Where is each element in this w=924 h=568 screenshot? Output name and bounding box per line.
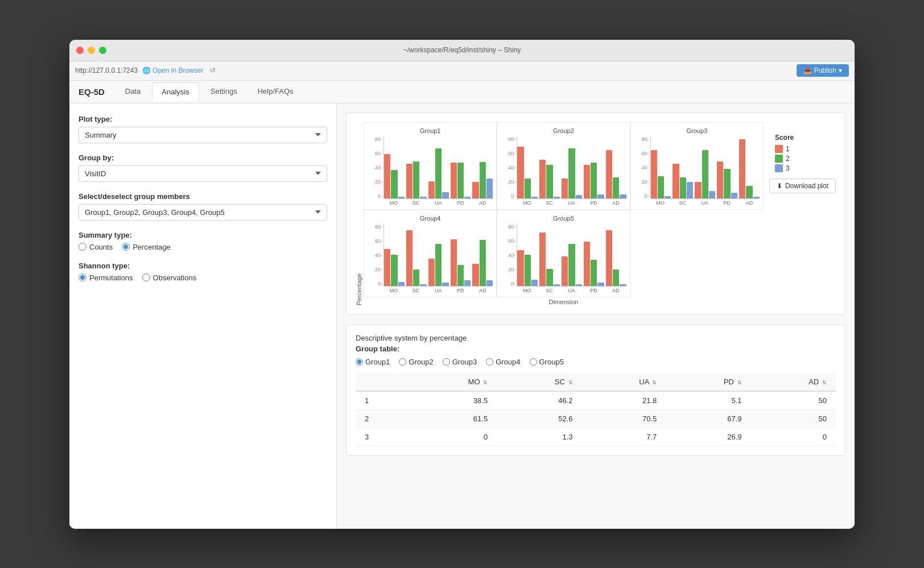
group-radio-group5[interactable]: Group5 (530, 358, 564, 366)
shannon-observations-input[interactable] (142, 273, 150, 281)
col-header-sc: SC ⇅ (497, 373, 581, 391)
group-radio-input-group5[interactable] (530, 358, 537, 366)
publish-chevron-icon: ▾ (839, 67, 842, 74)
select-group-select[interactable]: Group1, Group2, Group3, Group4, Group5 (79, 204, 327, 221)
legend-label-2: 2 (786, 155, 790, 163)
subplot-group4: Group40-20-40-60-80-MOSCUAPDAD (364, 210, 497, 297)
col-header-pd: PD ⇅ (666, 373, 750, 391)
shannon-observations-radio[interactable]: Observations (142, 273, 197, 282)
shannon-permutations-label: Permutations (89, 273, 133, 282)
group-radio-group2[interactable]: Group2 (399, 358, 433, 366)
bar-group5-sc-score3 (554, 284, 560, 286)
publish-button[interactable]: 📤 Publish ▾ (797, 64, 849, 77)
bar-group4-sc-score3 (420, 284, 426, 286)
col-header-ua: UA ⇅ (582, 373, 666, 391)
group-by-select[interactable]: VisitID (79, 165, 327, 182)
bar-group3-pd-score1 (717, 161, 723, 198)
fullscreen-button[interactable] (99, 47, 106, 54)
bar-group3-pd-score3 (731, 193, 737, 198)
bar-group4-ad-score2 (480, 240, 486, 285)
bar-group-group2-sc (539, 160, 560, 198)
close-button[interactable] (76, 47, 84, 54)
bar-group-group5-ua (562, 244, 582, 286)
bar-group-group5-sc (539, 233, 560, 285)
bar-group4-mo-score3 (398, 282, 405, 285)
bar-group-group4-ua (428, 244, 449, 286)
table-cell-1-pd: 67.9 (666, 409, 750, 428)
group-radio-label-group4: Group4 (496, 358, 520, 366)
table-cell-0-score: 1 (356, 391, 408, 410)
bar-group2-ua-score2 (568, 148, 575, 198)
shannon-permutations-input[interactable] (79, 273, 86, 281)
publish-icon: 📤 (803, 67, 812, 74)
legend-label-3: 3 (786, 164, 790, 172)
group-radio-group3[interactable]: Group3 (443, 358, 477, 366)
bar-group4-ad-score3 (486, 280, 493, 285)
tab-help[interactable]: Help/FAQs (249, 82, 303, 101)
bar-group4-ua-score2 (435, 244, 442, 286)
bar-group3-sc-score1 (673, 164, 679, 198)
subplot-group1: Group10-20-40-60-80-MOSCUAPDAD (364, 122, 497, 210)
legend-item-3: 3 (775, 164, 790, 172)
bar-group-group4-sc (406, 230, 427, 285)
group-radio-input-group1[interactable] (356, 358, 363, 366)
bar-group2-ad-score1 (606, 150, 612, 198)
bar-group3-sc-score3 (687, 182, 693, 198)
select-group-label: Select/deselect group members (79, 192, 327, 201)
plot-type-select[interactable]: Summary (79, 127, 327, 143)
bar-group1-sc-score1 (406, 164, 412, 198)
bar-group1-ad-score1 (472, 182, 478, 198)
shannon-type-label: Shannon type: (79, 262, 327, 270)
bar-group-group3-ad (739, 139, 760, 198)
table-cell-2-pd: 26.9 (666, 428, 750, 446)
bar-group4-pd-score1 (451, 239, 457, 286)
bar-group2-sc-score3 (554, 197, 560, 198)
group-radio-group1[interactable]: Group1 (356, 358, 390, 366)
table-cell-1-mo: 61.5 (408, 409, 497, 428)
table-cell-1-ua: 70.5 (582, 409, 666, 428)
window-title: ~/workspace/R/eq5d/inst/shiny – Shiny (403, 46, 521, 54)
summary-percentage-radio[interactable]: Percentage (122, 243, 171, 251)
col-header-score (356, 373, 408, 391)
sort-ua-icon: ⇅ (652, 380, 657, 385)
bar-group5-ua-score1 (562, 256, 568, 286)
bar-group2-ua-score3 (576, 195, 582, 198)
summary-percentage-label: Percentage (133, 243, 171, 251)
tab-data[interactable]: Data (116, 82, 150, 101)
group-radio-group4[interactable]: Group4 (486, 358, 520, 366)
tab-analysis[interactable]: Analysis (152, 82, 199, 101)
shannon-observations-label: Observations (153, 273, 197, 282)
bar-group-group1-sc (406, 161, 427, 198)
sidebar: Plot type: Summary Group by: VisitID Sel… (69, 103, 337, 529)
shannon-permutations-radio[interactable]: Permutations (79, 273, 133, 282)
summary-counts-label: Counts (89, 243, 113, 251)
table-cell-0-pd: 5.1 (666, 391, 750, 410)
summary-counts-input[interactable] (79, 243, 86, 251)
chart-container: Percentage Group10-20-40-60-80-MOSCUAPDA… (346, 113, 845, 315)
refresh-icon[interactable]: ↺ (210, 67, 216, 74)
subplots-wrapper: Group10-20-40-60-80-MOSCUAPDADGroup20-20… (364, 122, 764, 305)
group-radio-input-group3[interactable] (443, 358, 450, 366)
col-header-mo: MO ⇅ (408, 373, 497, 391)
download-plot-button[interactable]: ⬇ Download plot (769, 179, 836, 193)
sort-pd-icon: ⇅ (737, 380, 742, 385)
bar-group1-sc-score3 (420, 197, 426, 198)
group-radio-input-group2[interactable] (399, 358, 406, 366)
summary-counts-radio[interactable]: Counts (79, 243, 113, 251)
bar-group-group1-pd (451, 163, 471, 198)
subplot-title-group3: Group3 (634, 127, 760, 134)
group-radio-label-group3: Group3 (452, 358, 477, 366)
group-radio-input-group4[interactable] (486, 358, 493, 366)
bar-group4-ad-score1 (472, 264, 478, 286)
bar-group2-pd-score1 (584, 165, 590, 198)
open-browser-button[interactable]: 🌐 Open in Browser (142, 67, 203, 74)
bar-group-group4-pd (451, 239, 471, 286)
bar-group2-pd-score3 (597, 194, 604, 198)
bar-group5-pd-score2 (591, 260, 597, 285)
minimize-button[interactable] (88, 47, 95, 54)
summary-percentage-input[interactable] (122, 243, 130, 251)
bar-group3-sc-score2 (680, 177, 686, 198)
tab-settings[interactable]: Settings (201, 82, 246, 101)
table-row: 301.37.726.90 (356, 428, 836, 446)
bar-group-group5-ad (606, 230, 626, 285)
